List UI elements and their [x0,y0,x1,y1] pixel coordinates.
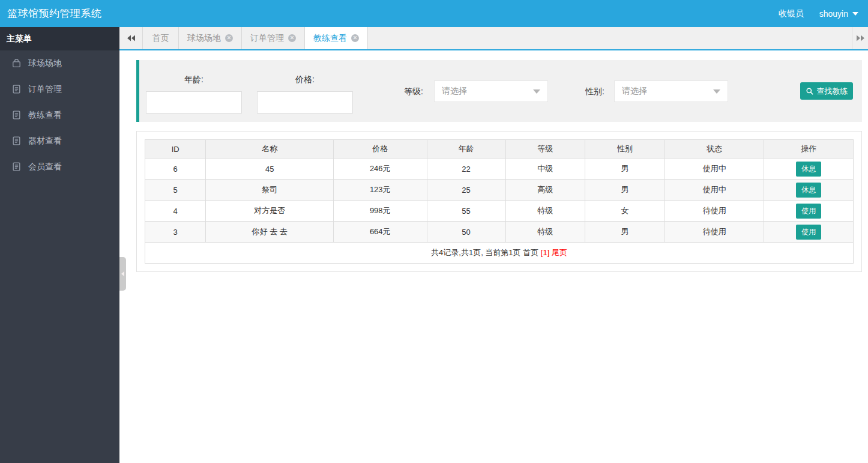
cell-price: 246元 [333,159,427,180]
cell-status: 使用中 [665,159,764,180]
cell-level: 特级 [505,201,585,222]
username: shouyin [819,9,848,19]
col-header-name: 名称 [206,140,333,159]
cell-status: 使用中 [665,180,764,201]
col-header-gender: 性别 [585,140,665,159]
age-label: 年龄: [146,74,242,85]
cell-age: 25 [427,180,505,201]
cell-id: 6 [145,159,206,180]
use-button[interactable]: 使用 [796,225,821,240]
file-text-icon [11,136,22,146]
tab-courts[interactable]: 球场场地 ✕ [179,27,242,49]
sidebar-item-label: 订单管理 [28,84,62,95]
rest-button[interactable]: 休息 [796,162,821,177]
tab-orders[interactable]: 订单管理 ✕ [242,27,305,49]
double-chevron-left-icon [127,35,136,41]
cell-name: 祭司 [206,180,333,201]
cell-age: 50 [427,222,505,243]
sidebar-item-label: 球场场地 [28,58,62,69]
level-label: 等级: [404,80,423,102]
pagination-current-page[interactable]: [1] [541,248,549,257]
tabs-scroll-left-button[interactable] [119,27,143,49]
gender-select-value: 请选择 [622,86,713,97]
cell-level: 中级 [505,159,585,180]
sidebar-item-courts[interactable]: 球场场地 [0,50,119,76]
file-text-icon [11,110,22,120]
table-row: 5 祭司 123元 25 高级 男 使用中 休息 [145,180,854,201]
pagination-last-link[interactable]: 尾页 [552,248,567,257]
app-title: 篮球馆预约管理系统 [0,7,102,20]
user-menu[interactable]: shouyin [819,9,858,19]
cell-price: 998元 [333,201,427,222]
table-row: 6 45 246元 22 中级 男 使用中 休息 [145,159,854,180]
cell-level: 特级 [505,222,585,243]
col-header-status: 状态 [665,140,764,159]
sidebar-collapse-handle[interactable] [119,257,126,291]
price-input[interactable] [257,91,353,113]
main-layout: 主菜单 球场场地 订单管理 教练查看 [0,27,868,463]
search-coach-button-label: 查找教练 [817,86,848,97]
sidebar-item-label: 教练查看 [28,110,62,121]
sidebar-title: 主菜单 [0,27,119,50]
cell-age: 22 [427,159,505,180]
chevron-down-icon [533,89,540,94]
file-text-icon [11,84,22,94]
col-header-actions: 操作 [764,140,854,159]
coach-table-card: ID 名称 价格 年龄 等级 性别 状态 操作 6 [136,131,862,272]
search-filter-panel: 年龄: 价格: 等级: 请选择 性别: 请选择 [136,60,862,122]
chevron-down-icon [852,12,858,16]
tab-close-icon[interactable]: ✕ [288,34,296,42]
sidebar-item-orders[interactable]: 订单管理 [0,76,119,102]
cell-status: 待使用 [665,222,764,243]
price-label: 价格: [257,74,353,85]
cell-gender: 女 [585,201,665,222]
table-row: 3 你好 去 去 664元 50 特级 男 待使用 使用 [145,222,854,243]
gender-select[interactable]: 请选择 [614,80,728,102]
age-input[interactable] [146,91,242,113]
tab-label: 订单管理 [250,33,284,44]
search-coach-button[interactable]: 查找教练 [800,82,853,100]
user-role-link[interactable]: 收银员 [779,8,804,19]
file-text-icon [11,162,22,172]
cell-price: 664元 [333,222,427,243]
use-button[interactable]: 使用 [796,204,821,219]
tab-close-icon[interactable]: ✕ [225,34,233,42]
chevron-down-icon [713,89,720,94]
cell-level: 高级 [505,180,585,201]
cell-gender: 男 [585,180,665,201]
cell-name: 45 [206,159,333,180]
col-header-age: 年龄 [427,140,505,159]
chevron-left-icon [121,271,124,276]
cell-actions: 使用 [764,201,854,222]
level-select[interactable]: 请选择 [434,80,548,102]
rest-button[interactable]: 休息 [796,183,821,198]
tab-label: 球场场地 [187,33,221,44]
sidebar-item-label: 器材查看 [28,136,62,147]
tab-coaches-active[interactable]: 教练查看 ✕ [305,27,368,49]
cell-actions: 休息 [764,180,854,201]
pagination-first-link[interactable]: 首页 [523,248,538,257]
col-header-price: 价格 [333,140,427,159]
sidebar-item-equipment[interactable]: 器材查看 [0,128,119,154]
tab-label: 教练查看 [313,33,347,44]
tab-close-icon[interactable]: ✕ [351,34,359,42]
sidebar-item-members[interactable]: 会员查看 [0,154,119,180]
sidebar-item-label: 会员查看 [28,162,62,172]
pagination-summary: 共4记录,共1页, 当前第1页 [431,248,521,257]
double-chevron-right-icon [856,35,865,41]
cell-id: 4 [145,201,206,222]
cell-actions: 休息 [764,159,854,180]
coach-table: ID 名称 价格 年龄 等级 性别 状态 操作 6 [145,139,854,264]
tab-home[interactable]: 首页 [143,27,179,49]
cell-gender: 男 [585,222,665,243]
sidebar-item-coaches[interactable]: 教练查看 [0,102,119,128]
level-select-value: 请选择 [442,86,533,97]
col-header-id: ID [145,140,206,159]
pagination: 共4记录,共1页, 当前第1页 首页 [1] 尾页 [145,243,854,264]
sidebar: 主菜单 球场场地 订单管理 教练查看 [0,27,119,463]
gender-label: 性别: [585,80,604,102]
cell-actions: 使用 [764,222,854,243]
tabs-scroll-right-button[interactable] [852,27,868,49]
coach-view-page: 年龄: 价格: 等级: 请选择 性别: 请选择 [119,50,868,463]
tab-bar: 首页 球场场地 ✕ 订单管理 ✕ 教练查看 ✕ [119,27,868,50]
